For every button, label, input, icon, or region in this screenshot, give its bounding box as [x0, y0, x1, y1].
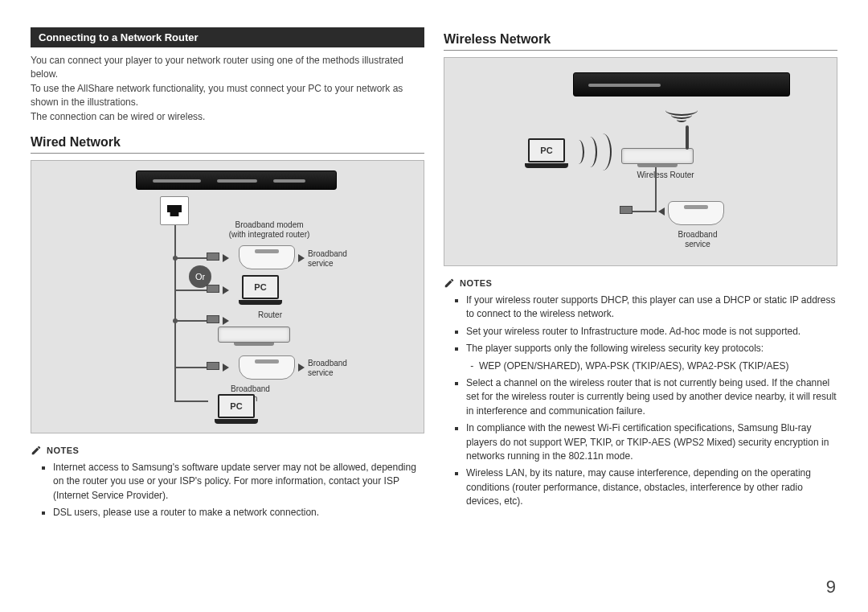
page-number: 9 — [826, 577, 836, 598]
router-illustration — [218, 327, 290, 346]
wireless-network-diagram: PC Wireless Router Broadband service — [444, 57, 837, 266]
or-label: Or — [195, 272, 205, 281]
pencil-icon — [444, 277, 455, 289]
blu-ray-player-illustration — [573, 72, 790, 97]
notes-heading-left: NOTES — [31, 445, 424, 456]
wireless-router-illustration — [621, 148, 694, 167]
protocols-subitem: WEP (OPEN/SHARED), WPA-PSK (TKIP/AES), W… — [479, 359, 837, 373]
label-broadband-service-wireless: Broadband service — [669, 230, 726, 249]
broadband-modem-illustration-wireless — [668, 201, 724, 225]
notes-list-right: If your wireless router supports DHCP, t… — [466, 294, 837, 508]
divider — [31, 153, 424, 154]
intro-text: You can connect your player to your netw… — [31, 54, 424, 124]
intro-p2: To use the AllShare network functionalit… — [31, 82, 424, 110]
note-item: If your wireless router supports DHCP, t… — [466, 294, 837, 322]
note-item: Select a channel on the wireless router … — [466, 376, 837, 418]
intro-p1: You can connect your player to your netw… — [31, 54, 424, 82]
ethernet-port-icon — [160, 196, 189, 225]
wired-heading: Wired Network — [31, 135, 424, 150]
divider — [444, 50, 837, 51]
label-broadband-modem-router: Broadband modem (with integrated router) — [221, 220, 317, 240]
integrated-modem-illustration — [239, 245, 295, 269]
label-router: Router — [250, 310, 290, 320]
intro-p3: The connection can be wired or wireless. — [31, 110, 424, 124]
notes-label-right: NOTES — [460, 278, 492, 288]
note-item: Set your wireless router to Infrastructu… — [466, 325, 837, 339]
section-bar-connecting: Connecting to a Network Router — [31, 27, 424, 47]
left-column: Connecting to a Network Router You can c… — [31, 27, 424, 524]
pc-laptop-illustration-wireless: PC — [525, 138, 568, 168]
note-item: DSL users, please use a router to make a… — [53, 506, 424, 520]
notes-heading-right: NOTES — [444, 277, 837, 289]
pc-laptop-illustration-2: PC — [215, 394, 258, 424]
note-item: Internet access to Samsung's software up… — [53, 461, 424, 503]
pc-laptop-illustration-1: PC — [239, 275, 282, 305]
notes-list-left: Internet access to Samsung's software up… — [53, 461, 424, 520]
notes-label-left: NOTES — [47, 446, 79, 455]
right-column: Wireless Network PC — [444, 27, 837, 524]
label-broadband-service-2: Broadband service — [308, 359, 356, 378]
label-wireless-router: Wireless Router — [629, 170, 702, 180]
note-item: The player supports only the following w… — [466, 342, 837, 373]
note-item: In compliance with the newest Wi-Fi cert… — [466, 421, 837, 463]
broadband-modem-illustration — [239, 355, 295, 380]
label-broadband-service-1: Broadband service — [308, 249, 356, 269]
wired-network-diagram: Or Broadband modem (with integrated rout… — [31, 160, 424, 433]
pencil-icon — [31, 445, 42, 456]
player-rear-illustration — [136, 170, 337, 190]
wireless-heading: Wireless Network — [444, 32, 837, 47]
note-item: Wireless LAN, by its nature, may cause i… — [466, 466, 837, 508]
